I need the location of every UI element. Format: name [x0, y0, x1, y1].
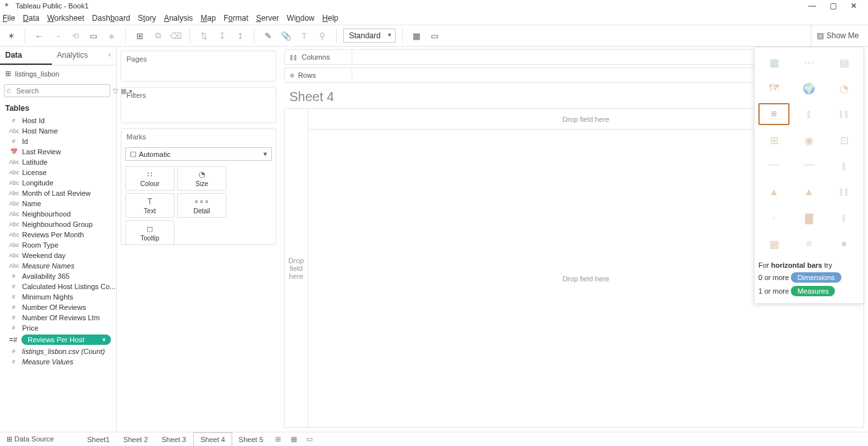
chart-type-text-table[interactable]: ▦ [758, 51, 790, 73]
format-icon[interactable]: ⚲ [315, 29, 330, 43]
field-listings-lisbon-csv-count-[interactable]: #listings_lisbon.csv (Count) [0, 346, 116, 357]
chart-type-highlight-table[interactable]: ▤ [828, 51, 860, 73]
menu-file[interactable]: File [3, 14, 15, 23]
field-measure-names[interactable]: AbcMeasure Names [0, 261, 116, 271]
chart-type-packed-bubbles[interactable]: ● [828, 233, 860, 255]
chart-type-lines-continuous[interactable]: 〰 [758, 155, 790, 177]
field-reviews-per-host[interactable]: =#Reviews Per Host [0, 333, 116, 346]
tab-sheet-5[interactable]: Sheet 5 [232, 433, 271, 446]
tab-sheet1[interactable]: Sheet1 [80, 433, 117, 446]
chart-type-side-by-side-bars[interactable]: ⫿⫿ [828, 103, 860, 125]
menu-data[interactable]: Data [23, 14, 39, 23]
menu-window[interactable]: Window [287, 14, 315, 23]
clear-icon[interactable]: ⌫ [169, 29, 183, 43]
highlight-icon[interactable]: ✎ [261, 29, 275, 43]
new-sheet-icon[interactable]: ⊞ [132, 29, 147, 43]
colour-button[interactable]: ∷Colour [125, 166, 175, 191]
field-room-type[interactable]: AbcRoom Type [0, 240, 116, 250]
tab-sheet-4[interactable]: Sheet 4 [193, 432, 232, 446]
chart-type-dual-combination[interactable]: ⫿⫿ [828, 181, 860, 203]
revert-icon[interactable]: ⟲ [68, 29, 82, 43]
field-license[interactable]: AbcLicense [0, 167, 116, 178]
pages-shelf[interactable]: Pages [121, 51, 276, 82]
chart-type-horizontal-bars[interactable]: ≡ [758, 103, 790, 125]
sort-asc-icon[interactable]: ↧ [215, 29, 229, 43]
field-neighbourhood-group[interactable]: AbcNeighbourhood Group [0, 219, 116, 229]
duplicate-icon[interactable]: ⧉ [151, 29, 165, 43]
label-icon[interactable]: T [297, 29, 311, 43]
chart-type-dual-lines[interactable]: ⫿ [828, 155, 860, 177]
field-neighbourhood[interactable]: AbcNeighbourhood [0, 209, 116, 219]
field-latitude[interactable]: AbcLatitude [0, 157, 116, 167]
pin-icon[interactable]: 📎 [279, 29, 293, 43]
close-button[interactable]: ✕ [843, 1, 864, 10]
field-availability-365[interactable]: #Availability 365 [0, 271, 116, 281]
chart-type-pie[interactable]: ◔ [828, 77, 860, 99]
save-icon[interactable]: ▭ [86, 29, 101, 43]
tab-sheet-2[interactable]: Sheet 2 [117, 433, 155, 446]
drop-left-zone[interactable]: Drop field here [285, 109, 308, 427]
tableau-logo-icon[interactable]: ✶ [4, 29, 18, 43]
text-button[interactable]: TText [125, 193, 175, 218]
tab-analytics[interactable]: Analytics [52, 47, 104, 65]
minimize-button[interactable]: ― [802, 1, 823, 10]
chart-type-symbol-map[interactable]: 🗺 [758, 77, 790, 99]
menu-analysis[interactable]: Analysis [164, 14, 193, 23]
chart-type-bullet[interactable]: ≡ [793, 233, 825, 255]
menu-help[interactable]: Help [322, 14, 339, 23]
menu-server[interactable]: Server [256, 14, 279, 23]
tooltip-button[interactable]: ◻Tooltip [125, 220, 175, 245]
detail-button[interactable]: ∘∘∘Detail [177, 193, 226, 218]
tab-data-source[interactable]: ⊞ Data Source [0, 432, 61, 446]
field-name[interactable]: AbcName [0, 198, 116, 209]
chart-type-circle-views[interactable]: ◉ [793, 129, 825, 151]
menu-map[interactable]: Map [200, 14, 215, 23]
field-longitude[interactable]: AbcLongitude [0, 178, 116, 188]
chart-type-box-plot[interactable]: ⫿ [828, 207, 860, 229]
chart-type-stacked-bars[interactable]: ⫿ [793, 103, 825, 125]
menu-dashboard[interactable]: Dashboard [92, 14, 130, 23]
chart-type-gantt[interactable]: ▦ [758, 233, 790, 255]
chart-type-heat-map[interactable]: ⋯ [793, 51, 825, 73]
tab-sheet-3[interactable]: Sheet 3 [155, 433, 193, 446]
show-me-button[interactable]: ▤Show Me [811, 25, 864, 46]
field-price[interactable]: #Price [0, 323, 116, 333]
chart-type-filled-map[interactable]: 🌍 [793, 77, 825, 99]
field-reviews-per-host[interactable]: Reviews Per Host [21, 334, 111, 345]
chart-type-histogram[interactable]: ▇ [793, 207, 825, 229]
filters-shelf[interactable]: Filters [121, 87, 276, 123]
new-worksheet-icon[interactable]: ⊞ [271, 435, 286, 443]
field-reviews-per-month[interactable]: AbcReviews Per Month [0, 229, 116, 240]
chart-type-treemap[interactable]: ⊞ [758, 129, 790, 151]
field-host-id[interactable]: #Host Id [0, 115, 116, 126]
chart-type-lines-discrete[interactable]: 〰 [793, 155, 825, 177]
sort-desc-icon[interactable]: ↥ [233, 29, 247, 43]
field-host-name[interactable]: AbcHost Name [0, 126, 116, 136]
size-button[interactable]: ◔Size [177, 166, 226, 191]
chart-type-scatter[interactable]: ◦ [758, 207, 790, 229]
chart-type-area-discrete[interactable]: ▲ [793, 181, 825, 203]
forward-button[interactable]: → [50, 29, 64, 43]
marks-type-select[interactable]: ▢ Automatic [125, 147, 272, 161]
field-minimum-nights[interactable]: #Minimum Nights [0, 292, 116, 302]
field-id[interactable]: #Id [0, 136, 116, 147]
presentation-icon[interactable]: ▭ [428, 29, 442, 43]
chart-type-area-continuous[interactable]: ▲ [758, 181, 790, 203]
cards-icon[interactable]: ▦ [409, 29, 424, 43]
new-story-icon[interactable]: ▭ [302, 435, 317, 443]
field-measure-values[interactable]: #Measure Values [0, 357, 116, 367]
swap-icon[interactable]: ⇅ [197, 29, 211, 43]
field-number-of-reviews-ltm[interactable]: #Number Of Reviews Ltm [0, 312, 116, 323]
new-dashboard-icon[interactable]: ▦ [286, 435, 302, 443]
chart-type-side-by-side-circles[interactable]: ⊡ [828, 129, 860, 151]
field-weekend-day[interactable]: AbcWeekend day [0, 250, 116, 261]
field-calculated-host-listings-co-[interactable]: #Calculated Host Listings Co... [0, 281, 116, 292]
menu-worksheet[interactable]: Worksheet [47, 14, 84, 23]
menu-story[interactable]: Story [138, 14, 156, 23]
fit-select[interactable]: Standard [343, 29, 396, 43]
search-input[interactable] [4, 84, 110, 97]
field-month-of-last-review[interactable]: AbcMonth of Last Review [0, 188, 116, 198]
back-button[interactable]: ← [32, 29, 46, 43]
field-number-of-reviews[interactable]: #Number Of Reviews [0, 302, 116, 312]
maximize-button[interactable]: ▢ [823, 1, 843, 10]
